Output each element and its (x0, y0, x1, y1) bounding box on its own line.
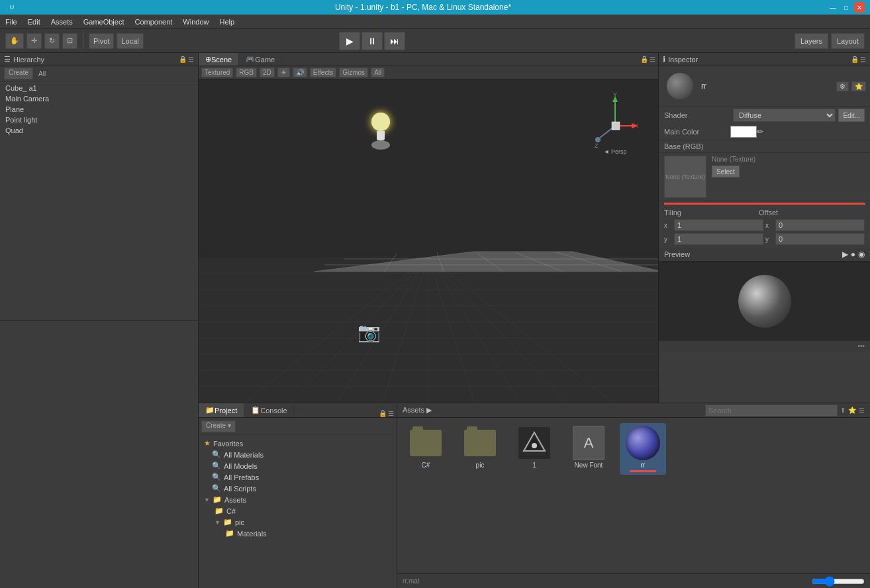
menu-assets[interactable]: Assets (51, 18, 73, 26)
preview-sky-btn[interactable]: ◉ (858, 250, 865, 259)
inspector-top-controls: ⚙ ⭐ (836, 81, 866, 91)
menu-window[interactable]: Window (183, 18, 209, 26)
menu-edit[interactable]: Edit (28, 18, 40, 26)
all-materials-item[interactable]: 🔍 All Materials (201, 449, 394, 460)
menu-help[interactable]: Help (219, 18, 234, 26)
inspector-settings-btn[interactable]: ⚙ (836, 81, 849, 91)
step-button[interactable]: ⏭ (384, 32, 405, 50)
texture-preview-box: None (Texture) (664, 156, 706, 198)
assets-path-label: Assets ▶ (403, 406, 432, 415)
inspector-lock[interactable]: 🔒 (851, 56, 859, 63)
all-prefabs-item[interactable]: 🔍 All Prefabs (201, 471, 394, 483)
hierarchy-item-maincamera[interactable]: Main Camera (0, 93, 198, 104)
assets-materials-item[interactable]: 📁 Materials (201, 528, 394, 539)
effects-btn[interactable]: Effects (310, 68, 336, 77)
preview-light-btn[interactable]: ● (851, 250, 855, 259)
main-color-swatch[interactable] (730, 126, 757, 138)
game-tab[interactable]: 🎮 Game (239, 53, 282, 66)
preview-play-btn[interactable]: ▶ (842, 250, 848, 259)
color-mode-btn[interactable]: RGB (236, 68, 257, 77)
window-title: Unity - 1.unity - b1 - PC, Mac & Linux S… (19, 3, 828, 12)
all-scripts-item[interactable]: 🔍 All Scripts (201, 483, 394, 494)
menu-file[interactable]: File (5, 18, 17, 26)
project-lock[interactable]: 🔒 (379, 410, 387, 417)
unity-file-name: 1 (532, 462, 536, 469)
maximize-button[interactable]: □ (841, 2, 851, 13)
layers-dropdown[interactable]: Layers (795, 33, 828, 49)
assets-search-input[interactable] (705, 405, 838, 416)
menu-gameobject[interactable]: GameObject (83, 18, 124, 26)
assets-cs-item[interactable]: 📁 C# (201, 505, 394, 516)
pivot-button[interactable]: Pivot (89, 33, 114, 49)
hierarchy-all-btn[interactable]: All (38, 70, 46, 77)
menu-component[interactable]: Component (134, 18, 172, 26)
asset-cs-folder[interactable]: C# (403, 423, 449, 471)
offset-x-input[interactable] (775, 219, 865, 231)
layout-dropdown[interactable]: Layout (831, 33, 865, 49)
offset-label: Offset (759, 209, 798, 217)
assets-pic-item[interactable]: ▼ 📁 pic (201, 516, 394, 528)
pause-button[interactable]: ⏸ (362, 32, 383, 50)
asset-1-file[interactable]: 1 (511, 423, 557, 471)
assets-up-btn[interactable]: ⬆ (840, 407, 846, 414)
move-tool[interactable]: ✛ (26, 33, 42, 49)
hierarchy-lock[interactable]: 🔒 (179, 56, 187, 63)
hierarchy-item-plane[interactable]: Plane (0, 104, 198, 115)
favorites-item[interactable]: ★ Favorites (201, 438, 394, 449)
hierarchy-item-quad[interactable]: Quad (0, 125, 198, 136)
scene-game-tabs: ⊕ Scene 🎮 Game 🔒 ☰ (199, 53, 658, 66)
font-file-name: New Font (575, 462, 603, 469)
offset-y-input[interactable] (775, 233, 865, 245)
scale-tool[interactable]: ⊡ (62, 33, 77, 49)
asset-font-file[interactable]: A New Font (565, 423, 612, 471)
color-edit-btn[interactable]: ✏ (757, 127, 763, 136)
lighting-btn[interactable]: ☀ (277, 68, 290, 77)
hierarchy-item-pointlight[interactable]: Point light (0, 115, 198, 125)
audio-btn[interactable]: 🔊 (293, 68, 307, 77)
scene-viewport[interactable]: 📷 (199, 79, 658, 403)
minimize-button[interactable]: — (828, 2, 838, 13)
project-create-btn[interactable]: Create ▾ (201, 420, 236, 432)
hierarchy-create-btn[interactable]: Create (4, 68, 33, 79)
assets-menu-btn[interactable]: ☰ (859, 407, 865, 414)
shader-edit-btn[interactable]: Edit... (838, 109, 865, 122)
close-button[interactable]: ✕ (854, 2, 865, 13)
console-tab[interactable]: 📋 Console (244, 403, 294, 417)
search-icon-scripts: 🔍 (212, 484, 221, 493)
quality-btn[interactable]: All (371, 68, 385, 77)
scene-lock[interactable]: 🔒 (640, 56, 648, 63)
project-console-panel: 📁 Project 📋 Console 🔒 ☰ Crea (199, 403, 397, 588)
preview-dots: ••• (857, 342, 865, 350)
svg-rect-33 (612, 122, 620, 130)
scene-menu[interactable]: ☰ (650, 56, 655, 63)
all-models-item[interactable]: 🔍 All Models (201, 460, 394, 471)
assets-tree-root[interactable]: ▼ 📁 Assets (201, 494, 394, 505)
gizmos-btn[interactable]: Gizmos (339, 68, 368, 77)
asset-rr-material[interactable]: rr (620, 423, 666, 475)
tiling-y-input[interactable] (674, 233, 763, 245)
2d-btn[interactable]: 2D (260, 68, 275, 77)
hierarchy-item-cube[interactable]: Cube_ a1 (0, 83, 198, 93)
assets-zoom-slider[interactable] (812, 576, 865, 587)
inspector-bookmark-btn[interactable]: ⭐ (851, 81, 866, 91)
hierarchy-panel: ☰ Hierarchy 🔒 ☰ Create All Cube_ a1 Main… (0, 53, 199, 588)
local-button[interactable]: Local (117, 33, 143, 49)
inspector-menu[interactable]: ☰ (860, 56, 866, 63)
texture-select-btn[interactable]: Select (712, 166, 740, 177)
project-tab[interactable]: 📁 Project (199, 403, 244, 417)
project-menu[interactable]: ☰ (388, 410, 394, 417)
assets-footer: rr.mat (397, 573, 870, 588)
assets-bookmark-btn[interactable]: ⭐ (848, 407, 856, 414)
render-mode-btn[interactable]: Textured (201, 68, 233, 77)
rotate-tool[interactable]: ↻ (44, 33, 60, 49)
hierarchy-menu[interactable]: ☰ (188, 56, 194, 63)
shader-dropdown[interactable]: Diffuse (733, 109, 836, 122)
play-button[interactable]: ▶ (339, 32, 360, 50)
hand-tool[interactable]: ✋ (5, 33, 24, 49)
asset-pic-folder[interactable]: pic (457, 423, 503, 471)
scene-tab[interactable]: ⊕ Scene (199, 53, 239, 66)
y-label-tiling: y (664, 236, 672, 243)
tiling-x-input[interactable] (674, 219, 763, 231)
title-bar: U Unity - 1.unity - b1 - PC, Mac & Linux… (0, 0, 870, 15)
scene-light-icon (367, 113, 394, 146)
